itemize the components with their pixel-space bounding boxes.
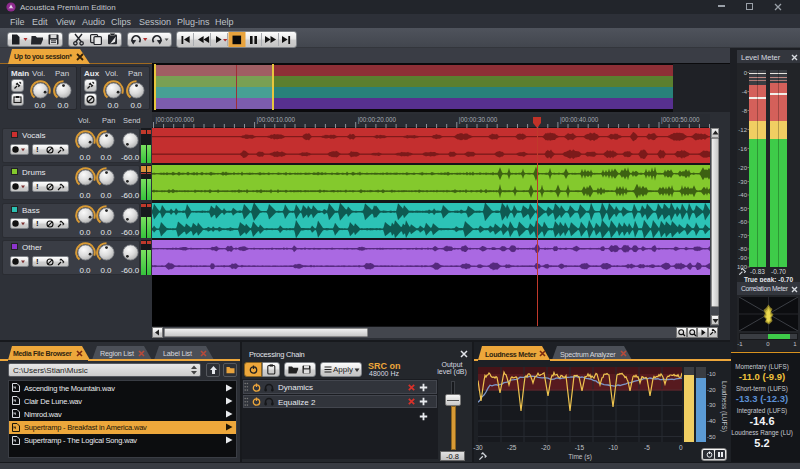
svg-text:|00:00:50.000: |00:00:50.000 [661, 116, 700, 124]
svg-text:-4: -4 [742, 89, 748, 95]
svg-text:|00:00:00.000: |00:00:00.000 [156, 116, 195, 124]
svg-text:-20: -20 [738, 165, 747, 171]
svg-text:-60: -60 [738, 219, 747, 225]
svg-text:-8: -8 [742, 108, 748, 114]
svg-text:-12: -12 [738, 127, 747, 133]
svg-text:|00:00:30.000: |00:00:30.000 [459, 116, 498, 124]
svg-text:0: 0 [744, 70, 748, 76]
svg-text:|00:00:20.000: |00:00:20.000 [358, 116, 397, 124]
svg-text:-90: -90 [738, 255, 747, 261]
svg-text:-40: -40 [738, 192, 747, 198]
svg-text:-80: -80 [738, 246, 747, 252]
svg-text:-16: -16 [738, 146, 747, 152]
svg-text:-30: -30 [738, 179, 747, 185]
svg-text:|00:00:40.000: |00:00:40.000 [560, 116, 599, 124]
svg-text:-50: -50 [738, 206, 747, 212]
svg-text:-70: -70 [738, 233, 747, 239]
svg-text:|00:00:10.000: |00:00:10.000 [257, 116, 296, 124]
